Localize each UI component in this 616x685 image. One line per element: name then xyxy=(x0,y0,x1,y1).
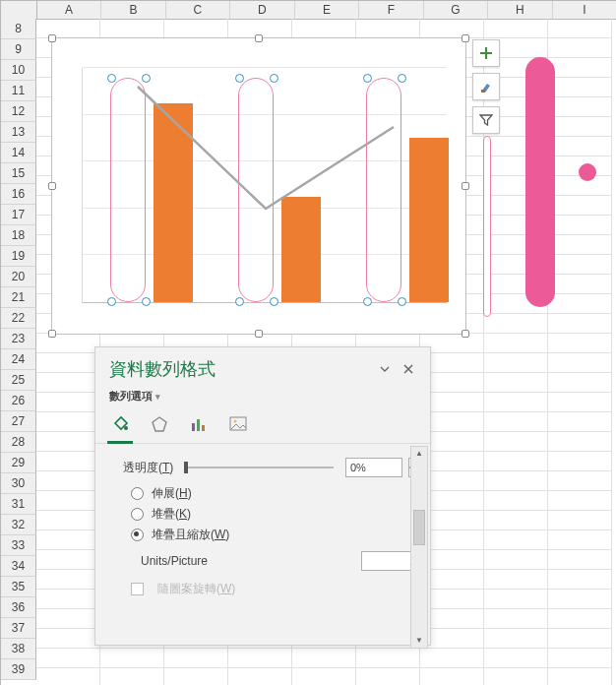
row-header[interactable]: 35 xyxy=(1,577,36,597)
series-bar-3[interactable] xyxy=(409,138,449,302)
row-header[interactable]: 25 xyxy=(1,370,36,391)
row-header[interactable]: 14 xyxy=(1,143,36,163)
col-header[interactable]: I xyxy=(553,1,616,20)
close-icon xyxy=(403,364,413,374)
pink-dot-shape[interactable] xyxy=(579,163,596,181)
pink-outline-shape[interactable] xyxy=(483,136,491,317)
pane-title: 資料數列格式 xyxy=(109,357,369,381)
chart-filter-button[interactable] xyxy=(472,106,500,134)
pane-scrollbar[interactable]: ▲ ▼ xyxy=(410,446,428,649)
col-header[interactable]: D xyxy=(230,1,294,20)
row-header[interactable]: 24 xyxy=(1,349,36,370)
pane-options-dropdown[interactable] xyxy=(377,361,393,377)
col-header[interactable]: A xyxy=(37,1,101,20)
plus-icon xyxy=(479,46,493,60)
plot-area[interactable] xyxy=(82,68,447,303)
radio-stack[interactable] xyxy=(131,508,144,521)
svg-rect-4 xyxy=(197,419,200,431)
col-header[interactable]: F xyxy=(359,1,423,20)
paint-bucket-icon xyxy=(110,414,130,434)
row-header[interactable]: 18 xyxy=(1,225,36,246)
transparency-slider[interactable] xyxy=(185,467,334,468)
radio-stack-scale[interactable] xyxy=(131,529,144,541)
transparency-value[interactable]: 0% xyxy=(345,458,402,477)
funnel-icon xyxy=(479,113,493,127)
rotate-with-shape-checkbox xyxy=(131,583,144,595)
col-header[interactable]: C xyxy=(166,1,230,20)
svg-rect-0 xyxy=(481,90,485,93)
row-header[interactable]: 34 xyxy=(1,556,36,577)
chart-styles-button[interactable] xyxy=(472,73,500,100)
series-bar-1[interactable] xyxy=(154,103,193,302)
row-header[interactable]: 28 xyxy=(1,432,36,453)
pink-filled-pill-shape[interactable] xyxy=(525,57,555,307)
series-options-dropdown[interactable]: 數列選項 xyxy=(109,390,160,402)
series-pill-2[interactable] xyxy=(238,78,274,302)
column-headers: A B C D E F G H I xyxy=(1,1,616,19)
row-header[interactable]: 11 xyxy=(1,81,36,101)
row-header[interactable]: 9 xyxy=(1,39,36,60)
scroll-up-icon[interactable]: ▲ xyxy=(411,447,427,461)
svg-rect-5 xyxy=(202,425,205,431)
row-header[interactable]: 39 xyxy=(1,659,36,680)
chart-object[interactable] xyxy=(51,37,466,335)
series-pill-1[interactable] xyxy=(110,78,146,302)
col-header[interactable]: B xyxy=(101,1,165,20)
row-header[interactable]: 21 xyxy=(1,287,36,308)
row-header[interactable]: 23 xyxy=(1,329,36,349)
row-header[interactable]: 19 xyxy=(1,246,36,267)
tab-picture[interactable] xyxy=(227,413,249,435)
tab-effects[interactable] xyxy=(149,413,170,435)
row-header[interactable]: 31 xyxy=(1,494,36,515)
row-header[interactable]: 33 xyxy=(1,535,36,556)
row-header[interactable]: 38 xyxy=(1,639,36,659)
rotate-with-shape-label: 隨圖案旋轉(W) xyxy=(157,581,235,597)
chevron-down-icon xyxy=(380,364,390,374)
svg-point-7 xyxy=(234,420,237,423)
transparency-label: 透明度(T) xyxy=(123,460,173,476)
brush-icon xyxy=(479,80,493,93)
row-header[interactable]: 16 xyxy=(1,184,36,205)
row-header[interactable]: 12 xyxy=(1,101,36,122)
row-header[interactable]: 10 xyxy=(1,60,36,81)
radio-stack-scale-label: 堆疊且縮放(W) xyxy=(152,527,229,543)
chart-elements-button[interactable] xyxy=(472,39,500,67)
row-header[interactable]: 26 xyxy=(1,391,36,411)
row-header[interactable]: 8 xyxy=(1,19,36,39)
radio-stretch[interactable] xyxy=(131,487,144,500)
format-data-series-pane: 資料數列格式 數列選項 透明度(T) 0% ▲▼ xyxy=(94,346,431,646)
col-header[interactable]: G xyxy=(424,1,488,20)
picture-icon xyxy=(229,415,247,433)
row-header[interactable]: 15 xyxy=(1,163,36,184)
row-header[interactable]: 37 xyxy=(1,618,36,639)
series-bar-2[interactable] xyxy=(281,197,321,302)
row-header[interactable]: 29 xyxy=(1,453,36,473)
col-header[interactable]: H xyxy=(488,1,552,20)
pane-close-button[interactable] xyxy=(400,361,416,377)
svg-point-1 xyxy=(124,426,128,430)
col-header[interactable]: E xyxy=(295,1,359,20)
series-pill-3[interactable] xyxy=(366,78,401,302)
scroll-down-icon[interactable]: ▼ xyxy=(411,634,427,648)
select-all-corner[interactable] xyxy=(1,1,37,20)
row-header[interactable]: 20 xyxy=(1,267,36,287)
row-header[interactable]: 27 xyxy=(1,411,36,432)
scroll-thumb[interactable] xyxy=(413,510,425,545)
row-header[interactable]: 13 xyxy=(1,122,36,143)
svg-marker-2 xyxy=(153,417,166,431)
row-header[interactable]: 36 xyxy=(1,597,36,618)
row-header[interactable]: 30 xyxy=(1,473,36,494)
row-header[interactable]: 22 xyxy=(1,308,36,329)
radio-stack-label: 堆疊(K) xyxy=(152,506,191,523)
tab-series-options[interactable] xyxy=(188,413,210,435)
tab-fill-line[interactable] xyxy=(109,413,131,435)
bar-chart-icon xyxy=(190,415,208,433)
svg-rect-3 xyxy=(192,423,195,431)
pentagon-icon xyxy=(151,415,168,433)
row-header[interactable]: 17 xyxy=(1,205,36,225)
row-header[interactable]: 32 xyxy=(1,515,36,535)
row-headers: 8 9 10 11 12 13 14 15 16 17 18 19 20 21 … xyxy=(1,19,36,680)
chart-flyout-buttons xyxy=(472,39,498,134)
radio-stretch-label: 伸展(H) xyxy=(152,485,192,502)
pane-category-tabs xyxy=(95,409,430,444)
